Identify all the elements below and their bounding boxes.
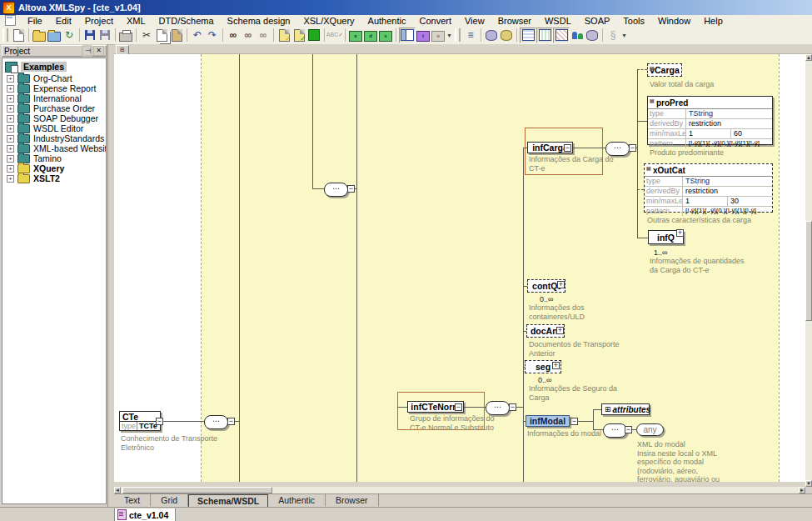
schema-display-all-icon[interactable] <box>536 28 553 43</box>
new-file-icon[interactable] <box>11 28 26 43</box>
collapse-icon[interactable]: − <box>509 403 516 411</box>
output-window-icon[interactable]: o <box>431 28 446 43</box>
collapse-icon[interactable]: − <box>625 426 632 433</box>
view-xml-icon[interactable]: x <box>348 28 363 43</box>
redo-icon[interactable]: ↷ <box>205 28 220 43</box>
project-window-toggle-icon[interactable] <box>399 28 416 43</box>
db-query-icon[interactable] <box>484 28 499 43</box>
tree-root-examples[interactable]: Examples <box>5 62 67 72</box>
tab-schema-wsdl[interactable]: Schema/WSDL <box>188 494 268 508</box>
indent-icon[interactable]: ≡ <box>463 28 478 43</box>
element-infcarga[interactable]: infCarga − <box>527 142 573 153</box>
menu-edit[interactable]: Edit <box>49 16 78 26</box>
replace-icon[interactable]: ∞ <box>256 28 271 43</box>
cut-icon[interactable]: ✂ <box>139 28 154 43</box>
mdi-document-icon[interactable] <box>5 15 16 26</box>
menu-schema-design[interactable]: Schema design <box>221 16 297 26</box>
reload-icon[interactable]: ↻ <box>62 28 77 43</box>
element-seg[interactable]: seg + <box>525 360 561 373</box>
expand-icon[interactable]: + <box>7 105 14 113</box>
expand-icon[interactable]: + <box>7 85 14 93</box>
expand-icon[interactable]: + <box>556 327 564 334</box>
authentic-people-icon[interactable] <box>570 28 585 43</box>
expand-icon[interactable]: + <box>7 155 14 163</box>
find-icon[interactable]: ∞ <box>226 28 241 43</box>
sequence-icon[interactable]: ⋯ <box>324 183 348 197</box>
sequence-icon[interactable]: ⋯ <box>605 142 630 156</box>
database-icon[interactable] <box>585 28 600 43</box>
schema-display-globals-icon[interactable] <box>553 28 570 43</box>
insert-element-icon[interactable] <box>306 28 321 43</box>
expand-icon[interactable]: + <box>557 281 565 288</box>
collapse-icon[interactable]: − <box>564 144 571 152</box>
element-infmodal[interactable]: infModal − <box>526 415 570 427</box>
scroll-left-icon[interactable]: ◄ <box>114 487 121 493</box>
toolbar-grip-2[interactable] <box>455 28 461 42</box>
element-infq[interactable]: infQ + <box>648 230 684 244</box>
tab-grid[interactable]: Grid <box>151 494 188 506</box>
sequence-icon[interactable]: ⋯ <box>603 423 627 438</box>
info-window-icon[interactable]: i <box>416 28 431 43</box>
view-dtd-icon[interactable]: d <box>363 28 378 43</box>
expand-icon[interactable]: + <box>552 362 560 369</box>
menu-tools[interactable]: Tools <box>616 16 651 26</box>
tab-authentic[interactable]: Authentic <box>268 494 326 506</box>
sequence-icon[interactable]: ⋯ <box>204 415 228 429</box>
toolbar-overflow2-icon[interactable]: ▾ <box>620 28 627 43</box>
collapse-icon[interactable]: − <box>455 403 462 411</box>
validate-icon[interactable]: ✓ <box>291 28 306 43</box>
element-docant[interactable]: docAnt + <box>526 324 565 338</box>
title-bar[interactable]: X Altova XMLSpy - [cte_v1.04] <box>0 0 812 15</box>
open-file-icon[interactable] <box>32 28 47 43</box>
expand-icon[interactable]: + <box>7 95 14 103</box>
expand-icon[interactable]: + <box>7 75 14 83</box>
undo-icon[interactable]: ↶ <box>190 28 205 43</box>
element-xoutcat[interactable]: ▤xOutCat typeTString derivedByrestrictio… <box>644 163 773 213</box>
tree-item-xquery[interactable]: +XQuery <box>7 163 64 173</box>
scroll-down-icon[interactable]: ▼ <box>805 480 812 487</box>
expand-icon[interactable]: + <box>7 165 14 173</box>
schema-canvas[interactable]: CTe type TCTe − Conhecimento de Transpor… <box>114 54 805 487</box>
tab-text[interactable]: Text <box>114 494 151 506</box>
expand-icon[interactable]: + <box>7 135 14 143</box>
element-any[interactable]: any <box>636 423 664 436</box>
menu-convert[interactable]: Convert <box>412 16 458 26</box>
menu-project[interactable]: Project <box>78 16 120 26</box>
db-import-icon[interactable] <box>499 28 514 43</box>
check-wellformed-icon[interactable]: ✓ <box>276 28 291 43</box>
attributes-box[interactable]: ⊞ attributes <box>601 403 650 415</box>
menu-window[interactable]: Window <box>651 16 697 26</box>
menu-xml[interactable]: XML <box>120 16 152 26</box>
open-url-icon[interactable] <box>47 28 62 43</box>
scroll-right-icon[interactable]: ► <box>799 487 805 493</box>
collapse-icon[interactable]: − <box>629 144 636 152</box>
print-icon[interactable] <box>118 28 133 43</box>
toolbar-grip[interactable] <box>2 28 8 42</box>
file-tab-cte[interactable]: cte_v1.04 <box>114 508 176 521</box>
tree-item-xslt2[interactable]: +XSLT2 <box>7 173 60 183</box>
find-next-icon[interactable]: ∞ <box>241 28 256 43</box>
vertical-scrollbar[interactable]: ▲ ▼ <box>805 54 812 487</box>
menu-dtd-schema[interactable]: DTD/Schema <box>152 16 221 26</box>
schema-display-diagram-icon[interactable] <box>520 28 536 43</box>
element-propred[interactable]: ▤proPred typeTString derivedByrestrictio… <box>647 96 773 145</box>
sequence-icon[interactable]: ⋯ <box>486 401 510 415</box>
collapse-icon[interactable]: − <box>227 418 235 425</box>
tree-item-org-chart[interactable]: +Org-Chart <box>7 73 72 83</box>
toolbar-overflow-icon[interactable]: ▾ <box>446 28 452 43</box>
paste-icon[interactable] <box>169 28 184 43</box>
scroll-thumb[interactable] <box>122 487 272 493</box>
expand-icon[interactable]: + <box>7 175 14 183</box>
menu-authentic[interactable]: Authentic <box>361 16 413 26</box>
element-contqt[interactable]: contQt + <box>527 279 565 293</box>
tab-browser[interactable]: Browser <box>326 494 379 506</box>
horizontal-scrollbar[interactable]: ◄ ► <box>114 487 805 493</box>
collapse-icon[interactable]: − <box>347 185 355 193</box>
element-infctenorm[interactable]: infCTeNorm − <box>407 401 464 413</box>
menu-view[interactable]: View <box>458 16 491 26</box>
menu-wsdl[interactable]: WSDL <box>538 16 578 26</box>
menu-soap[interactable]: SOAP <box>578 16 617 26</box>
menu-xsl-xquery[interactable]: XSL/XQuery <box>296 16 361 26</box>
view-schema-icon[interactable]: s <box>378 28 393 43</box>
expand-icon[interactable]: + <box>676 229 684 237</box>
